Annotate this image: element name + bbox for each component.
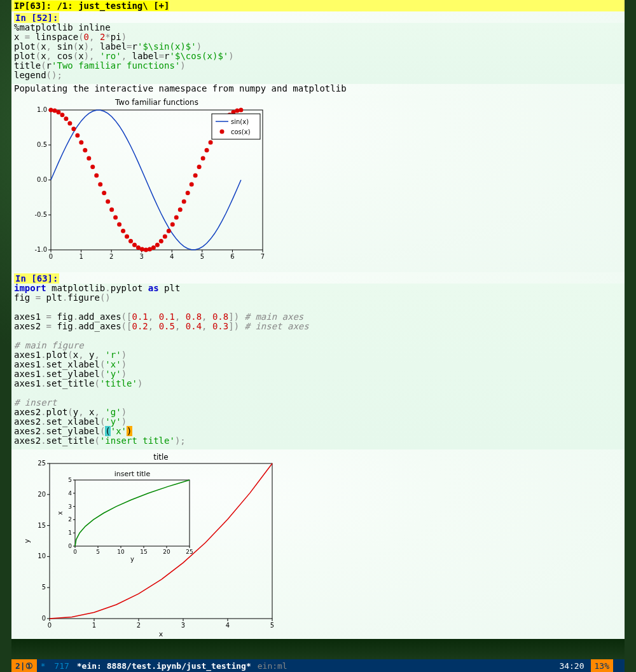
svg-point-44 [109, 207, 114, 212]
svg-text:2: 2 [137, 622, 141, 629]
svg-point-77 [235, 108, 239, 113]
svg-text:4: 4 [170, 253, 174, 260]
svg-text:x: x [57, 511, 64, 515]
svg-text:15: 15 [38, 522, 46, 529]
status-percent: 13% [591, 659, 613, 672]
svg-point-34 [71, 127, 76, 131]
status-line-col: 34:20 [553, 661, 590, 671]
svg-text:y: y [23, 538, 31, 543]
code-cell-63[interactable]: import matplotlib.pyplot as plt fig = pl… [11, 284, 625, 449]
svg-text:5: 5 [42, 584, 46, 591]
svg-text:15: 15 [140, 549, 147, 555]
tab-active[interactable]: IP[63]: /1: just_testing\ [+] [14, 1, 169, 11]
svg-text:0.5: 0.5 [37, 141, 47, 148]
svg-text:Two familiar functions: Two familiar functions [114, 98, 198, 107]
status-modified-star: * 717 [37, 661, 77, 671]
svg-point-45 [113, 215, 118, 219]
svg-point-59 [167, 229, 171, 233]
svg-point-58 [163, 234, 167, 238]
svg-point-38 [86, 156, 91, 161]
svg-text:3: 3 [68, 504, 72, 510]
cursor: ) [127, 426, 132, 436]
svg-point-54 [148, 247, 152, 252]
chart-2-inset: title012345x0510152025yinsert title05101… [11, 449, 625, 646]
svg-point-64 [186, 191, 190, 195]
svg-point-66 [193, 174, 198, 178]
svg-point-37 [83, 148, 87, 153]
svg-point-48 [125, 234, 129, 238]
svg-text:2: 2 [109, 253, 113, 260]
status-major-mode: ein:ml [251, 661, 294, 671]
svg-point-32 [64, 116, 68, 121]
svg-text:-1.0: -1.0 [34, 246, 47, 253]
svg-text:0: 0 [48, 622, 52, 629]
svg-point-57 [159, 239, 163, 243]
svg-point-43 [106, 199, 110, 203]
svg-text:0: 0 [68, 543, 72, 549]
svg-text:5: 5 [200, 253, 204, 260]
svg-text:-0.5: -0.5 [34, 211, 47, 218]
status-bar: 2|① * 717 *ein: 8888/test.ipynb/just_tes… [11, 659, 625, 672]
svg-point-60 [170, 223, 175, 227]
svg-text:20: 20 [163, 549, 170, 555]
svg-text:cos(x): cos(x) [231, 128, 251, 135]
output-cell-52: Populating the interactive namespace fro… [11, 84, 625, 95]
svg-point-50 [132, 243, 137, 247]
svg-point-61 [174, 215, 179, 219]
buffer-content[interactable]: In [52]: %matplotlib inline x = linspace… [11, 11, 625, 637]
svg-text:title: title [153, 453, 168, 462]
svg-point-30 [56, 110, 60, 114]
svg-point-33 [67, 121, 72, 126]
svg-text:4: 4 [68, 490, 72, 497]
svg-point-49 [128, 239, 133, 243]
status-left-indicator: 2|① [11, 659, 37, 672]
svg-text:25: 25 [38, 460, 46, 467]
svg-text:5: 5 [270, 622, 274, 629]
svg-point-56 [155, 243, 160, 247]
svg-point-67 [197, 165, 202, 169]
cell-label-52: In [52]: [14, 13, 59, 23]
status-buffer-name: *ein: 8888/test.ipynb/just_testing* [77, 661, 251, 671]
svg-text:3: 3 [181, 622, 185, 629]
svg-text:1: 1 [79, 253, 83, 260]
svg-point-42 [102, 191, 106, 195]
svg-point-78 [238, 108, 243, 113]
svg-text:0: 0 [49, 253, 53, 260]
svg-point-28 [49, 108, 53, 113]
svg-point-70 [209, 141, 213, 145]
code-cell-52[interactable]: %matplotlib inline x = linspace(0, 2*pi)… [11, 23, 625, 84]
svg-point-55 [151, 245, 156, 250]
svg-text:10: 10 [117, 549, 125, 555]
emacs-frame: IP[63]: /1: just_testing\ [+] In [52]: %… [0, 0, 636, 672]
bottom-strip [11, 639, 625, 659]
svg-text:20: 20 [38, 491, 46, 498]
svg-point-47 [121, 229, 125, 233]
tab-bar[interactable]: IP[63]: /1: just_testing\ [+] [11, 0, 625, 11]
svg-point-51 [136, 245, 141, 250]
svg-point-53 [144, 248, 148, 252]
svg-rect-79 [212, 114, 260, 139]
svg-text:3: 3 [140, 253, 144, 260]
svg-text:5: 5 [96, 549, 100, 555]
svg-text:insert title: insert title [114, 470, 151, 478]
svg-text:0: 0 [42, 615, 46, 622]
svg-point-36 [79, 141, 83, 145]
svg-text:7: 7 [261, 253, 265, 260]
svg-text:1.0: 1.0 [37, 106, 47, 113]
svg-point-68 [201, 156, 205, 161]
svg-text:2: 2 [68, 516, 72, 523]
svg-text:sin(x): sin(x) [231, 118, 249, 125]
svg-point-39 [90, 165, 95, 169]
svg-point-63 [182, 199, 186, 203]
svg-text:5: 5 [68, 477, 72, 483]
cell-label-63: In [63]: [14, 273, 59, 284]
svg-text:1: 1 [92, 622, 96, 629]
svg-point-82 [220, 130, 225, 134]
svg-point-65 [190, 182, 194, 186]
svg-text:4: 4 [226, 622, 230, 629]
svg-text:10: 10 [38, 552, 46, 559]
svg-rect-113 [75, 480, 190, 546]
svg-point-35 [75, 133, 80, 137]
svg-text:x: x [159, 630, 163, 636]
chart-1-two-familiar: Two familiar functions01234567-1.0-0.50.… [11, 95, 625, 272]
